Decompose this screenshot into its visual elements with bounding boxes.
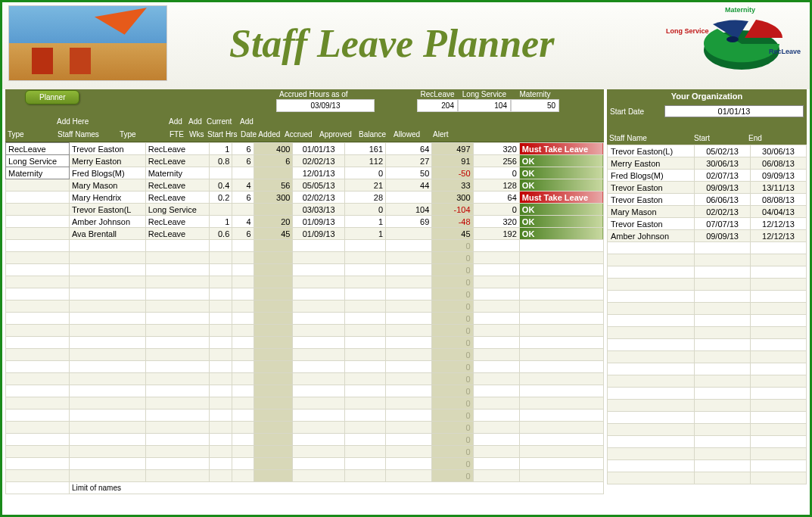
table-row[interactable]: 0 bbox=[6, 264, 604, 276]
list-item[interactable] bbox=[608, 448, 807, 460]
table-row[interactable]: Mary MasonRecLeave0.445605/05/1321443312… bbox=[6, 179, 604, 192]
fte-cell[interactable]: 0.8 bbox=[209, 155, 232, 167]
table-row[interactable]: MaternityFred Blogs(M)Maternity12/01/130… bbox=[6, 167, 604, 179]
fte-cell[interactable]: 0.6 bbox=[209, 228, 232, 240]
table-row[interactable]: 0 bbox=[6, 349, 604, 361]
table-row[interactable]: 0 bbox=[6, 470, 604, 482]
planner-button[interactable]: Planner bbox=[25, 90, 79, 104]
wks-cell[interactable] bbox=[232, 167, 254, 179]
side-end-cell[interactable]: 13/11/13 bbox=[751, 182, 807, 194]
start-hrs-cell[interactable] bbox=[254, 167, 293, 179]
side-end-cell[interactable]: 12/12/13 bbox=[751, 218, 807, 230]
start-date-input[interactable] bbox=[664, 105, 804, 117]
list-item[interactable]: Mary Mason02/02/1304/04/13 bbox=[608, 206, 807, 218]
table-row[interactable]: RecLeaveTrevor EastonRecLeave1640001/01/… bbox=[6, 143, 604, 155]
list-item[interactable] bbox=[608, 315, 807, 327]
wks-cell[interactable]: 4 bbox=[232, 216, 254, 228]
list-item[interactable] bbox=[608, 242, 807, 254]
list-item[interactable]: Trevor Easton06/06/1308/08/13 bbox=[608, 194, 807, 206]
fte-cell[interactable]: 0.2 bbox=[209, 192, 232, 204]
side-end-cell[interactable]: 04/04/13 bbox=[751, 206, 807, 218]
start-hrs-cell[interactable]: 6 bbox=[254, 155, 293, 167]
staff-name-cell[interactable]: Mary Hendrix bbox=[69, 192, 145, 204]
list-item[interactable] bbox=[608, 472, 807, 484]
type-cell[interactable]: RecLeave bbox=[145, 179, 209, 192]
table-row[interactable]: 0 bbox=[6, 313, 604, 325]
list-item[interactable] bbox=[608, 460, 807, 472]
type-list-cell[interactable] bbox=[6, 179, 70, 192]
table-row[interactable]: 0 bbox=[6, 385, 604, 397]
side-name-cell[interactable]: Trevor Easton bbox=[608, 182, 695, 194]
table-row[interactable]: 0 bbox=[6, 458, 604, 470]
list-item[interactable] bbox=[608, 279, 807, 291]
start-hrs-cell[interactable] bbox=[254, 204, 293, 216]
type-cell[interactable]: Long Service bbox=[145, 204, 209, 216]
list-item[interactable]: Merry Easton30/06/1306/08/13 bbox=[608, 157, 807, 170]
list-item[interactable] bbox=[608, 400, 807, 412]
type-list-cell[interactable]: RecLeave bbox=[6, 143, 70, 155]
table-row[interactable]: 0 bbox=[6, 337, 604, 349]
date-added-cell[interactable]: 03/03/13 bbox=[293, 204, 344, 216]
staff-name-cell[interactable]: Merry Easton bbox=[69, 155, 145, 167]
side-start-cell[interactable]: 02/07/13 bbox=[695, 170, 751, 182]
type-cell[interactable]: RecLeave bbox=[145, 143, 209, 155]
list-item[interactable] bbox=[608, 339, 807, 351]
list-item[interactable] bbox=[608, 363, 807, 375]
side-start-cell[interactable]: 07/07/13 bbox=[695, 218, 751, 230]
side-end-cell[interactable]: 30/06/13 bbox=[751, 145, 807, 157]
list-item[interactable] bbox=[608, 388, 807, 400]
side-start-cell[interactable]: 06/06/13 bbox=[695, 194, 751, 206]
start-hrs-cell[interactable]: 20 bbox=[254, 216, 293, 228]
staff-name-cell[interactable]: Ava Brentall bbox=[69, 228, 145, 240]
list-item[interactable] bbox=[608, 436, 807, 448]
type-list-cell[interactable] bbox=[6, 228, 70, 240]
side-start-cell[interactable]: 09/09/13 bbox=[695, 230, 751, 242]
table-row[interactable]: 0 bbox=[6, 276, 604, 288]
side-start-cell[interactable]: 02/02/13 bbox=[695, 206, 751, 218]
table-row[interactable]: Amber JohnsonRecLeave142001/09/13169-483… bbox=[6, 216, 604, 228]
type-list-cell[interactable] bbox=[6, 216, 70, 228]
list-item[interactable]: Trevor Easton09/09/1313/11/13 bbox=[608, 182, 807, 194]
side-name-cell[interactable]: Mary Mason bbox=[608, 206, 695, 218]
date-added-cell[interactable]: 01/01/13 bbox=[293, 143, 344, 155]
side-start-cell[interactable]: 05/02/13 bbox=[695, 145, 751, 157]
type-cell[interactable]: RecLeave bbox=[145, 155, 209, 167]
wks-cell[interactable]: 4 bbox=[232, 179, 254, 192]
table-row[interactable]: 0 bbox=[6, 446, 604, 458]
table-row[interactable]: 0 bbox=[6, 288, 604, 301]
table-row[interactable]: 0 bbox=[6, 397, 604, 410]
accrued-date[interactable]: 03/09/13 bbox=[276, 99, 375, 112]
list-item[interactable]: Trevor Easton(L)05/02/1330/06/13 bbox=[608, 145, 807, 157]
start-hrs-cell[interactable]: 300 bbox=[254, 192, 293, 204]
type-list-cell[interactable] bbox=[6, 192, 70, 204]
wks-cell[interactable]: 6 bbox=[232, 192, 254, 204]
table-row[interactable]: 0 bbox=[6, 252, 604, 264]
side-start-cell[interactable]: 30/06/13 bbox=[695, 157, 751, 170]
staff-name-cell[interactable]: Amber Johnson bbox=[69, 216, 145, 228]
wks-cell[interactable]: 6 bbox=[232, 228, 254, 240]
table-row[interactable]: Ava BrentallRecLeave0.664501/09/13145192… bbox=[6, 228, 604, 240]
type-cell[interactable]: Maternity bbox=[145, 167, 209, 179]
side-name-cell[interactable]: Trevor Easton bbox=[608, 218, 695, 230]
table-row[interactable]: 0 bbox=[6, 301, 604, 313]
type-cell[interactable]: RecLeave bbox=[145, 216, 209, 228]
side-name-cell[interactable]: Trevor Easton bbox=[608, 194, 695, 206]
list-item[interactable]: Fred Blogs(M)02/07/1309/09/13 bbox=[608, 170, 807, 182]
wks-cell[interactable]: 6 bbox=[232, 155, 254, 167]
side-grid[interactable]: Trevor Easton(L)05/02/1330/06/13Merry Ea… bbox=[607, 145, 807, 484]
list-item[interactable] bbox=[608, 351, 807, 363]
side-end-cell[interactable]: 09/09/13 bbox=[751, 170, 807, 182]
side-end-cell[interactable]: 06/08/13 bbox=[751, 157, 807, 170]
list-item[interactable] bbox=[608, 266, 807, 279]
list-item[interactable] bbox=[608, 254, 807, 266]
side-name-cell[interactable]: Fred Blogs(M) bbox=[608, 170, 695, 182]
staff-name-cell[interactable]: Trevor Easton bbox=[69, 143, 145, 155]
list-item[interactable] bbox=[608, 291, 807, 303]
fte-cell[interactable]: 1 bbox=[209, 216, 232, 228]
staff-name-cell[interactable]: Fred Blogs(M) bbox=[69, 167, 145, 179]
list-item[interactable] bbox=[608, 424, 807, 436]
side-name-cell[interactable]: Amber Johnson bbox=[608, 230, 695, 242]
fte-cell[interactable]: 1 bbox=[209, 143, 232, 155]
list-item[interactable]: Trevor Easton07/07/1312/12/13 bbox=[608, 218, 807, 230]
list-item[interactable] bbox=[608, 303, 807, 315]
